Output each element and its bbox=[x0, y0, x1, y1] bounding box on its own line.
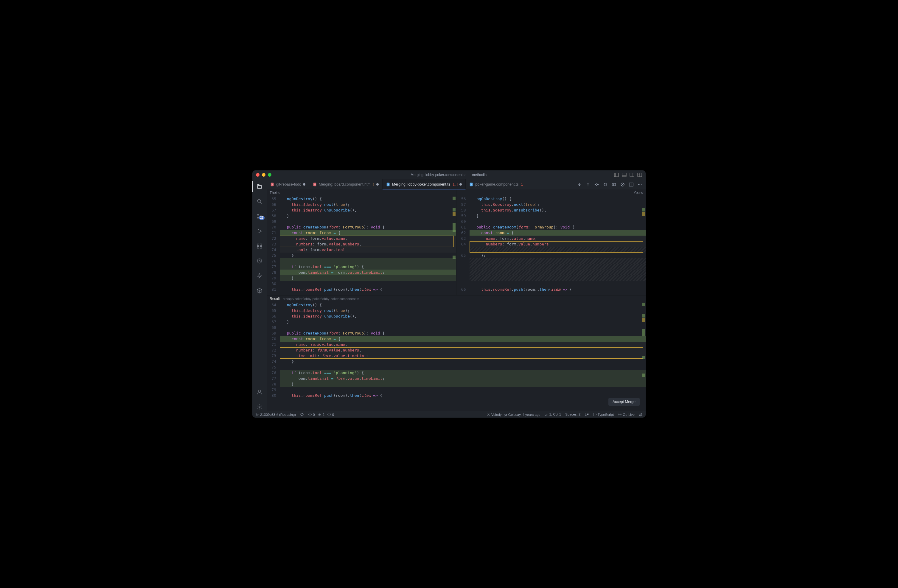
code-line[interactable]: }; bbox=[469, 253, 646, 258]
compare-icon[interactable] bbox=[612, 182, 616, 187]
code-line[interactable]: tool: form.value.tool bbox=[280, 247, 456, 253]
code-line[interactable]: } bbox=[469, 213, 646, 219]
sync-status[interactable] bbox=[300, 413, 304, 416]
file-icon: A bbox=[469, 182, 474, 186]
svg-marker-14 bbox=[258, 229, 261, 233]
tab[interactable]: A Merging: lobby-poker.component.ts1, ! bbox=[383, 179, 466, 189]
cursor-position[interactable]: Ln 1, Col 1 bbox=[544, 413, 561, 416]
more-icon[interactable] bbox=[638, 182, 642, 187]
code-line[interactable] bbox=[280, 219, 456, 224]
yours-code[interactable]: 5657585960616263646566 ngOnDestroy() { t… bbox=[457, 196, 646, 295]
code-line[interactable]: this.$destroy.unsubscribe(); bbox=[280, 207, 456, 213]
panel-right-icon[interactable] bbox=[630, 172, 634, 177]
code-line[interactable]: public createRoom(form: FormGroup): void… bbox=[280, 224, 456, 230]
code-line[interactable]: numbers: form.value.numbers, bbox=[280, 347, 646, 353]
panel-bottom-icon[interactable] bbox=[622, 172, 627, 177]
code-line[interactable]: } bbox=[280, 381, 646, 387]
maximize-icon[interactable] bbox=[268, 173, 271, 177]
code-line[interactable]: const room = { bbox=[469, 230, 646, 236]
panel-left-icon[interactable] bbox=[614, 172, 619, 177]
search-icon[interactable] bbox=[255, 197, 264, 206]
code-line[interactable] bbox=[469, 270, 646, 275]
code-line[interactable] bbox=[469, 258, 646, 264]
code-line[interactable]: this.roomsRef.push(room).then(item => { bbox=[280, 287, 456, 292]
result-code[interactable]: 6465666768697071727374757677787980 ngOnD… bbox=[267, 302, 646, 411]
code-line[interactable]: const room: Iroom = { bbox=[280, 230, 456, 236]
commit-icon[interactable] bbox=[594, 182, 599, 187]
code-line[interactable]: numbers: form.value.numbers, bbox=[280, 241, 456, 247]
blame-status[interactable]: Volodymyr Golosay, 4 years ago bbox=[486, 413, 540, 416]
tab[interactable]: A git-rebase-todo bbox=[267, 179, 309, 189]
source-control-icon[interactable]: 21 bbox=[255, 212, 264, 220]
code-line[interactable]: ngOnDestroy() { bbox=[280, 196, 456, 202]
code-line[interactable] bbox=[280, 258, 456, 264]
go-live-status[interactable]: Go Live bbox=[618, 413, 635, 416]
cube-icon[interactable] bbox=[255, 287, 264, 295]
timeline-icon[interactable] bbox=[255, 257, 264, 265]
debug-icon[interactable] bbox=[255, 227, 264, 235]
close-icon[interactable] bbox=[256, 173, 260, 177]
file-icon: A bbox=[270, 182, 274, 186]
code-line[interactable]: this.$destroy.unsubscribe(); bbox=[469, 207, 646, 213]
branch-status[interactable]: 21309c53+! (Rebasing) bbox=[255, 413, 296, 416]
down-arrow-icon[interactable] bbox=[577, 182, 581, 187]
code-line[interactable]: this.$destroy.next(true); bbox=[280, 202, 456, 207]
code-line[interactable]: const room: Iroom = { bbox=[280, 336, 646, 342]
code-line[interactable] bbox=[469, 281, 646, 287]
code-line[interactable]: } bbox=[280, 213, 456, 219]
code-line[interactable] bbox=[280, 325, 646, 330]
code-line[interactable] bbox=[469, 275, 646, 281]
tab[interactable]: A Merging: board.component.html! bbox=[309, 179, 383, 189]
eol-status[interactable]: LF bbox=[584, 413, 589, 416]
code-line[interactable]: ngOnDestroy() { bbox=[280, 302, 646, 308]
theirs-code[interactable]: 65666768697071✓72737475767778✓798081 ngO… bbox=[267, 196, 456, 295]
language-status[interactable]: TypeScript bbox=[593, 413, 614, 416]
code-line[interactable]: room.timeLimit = form.value.timeLimit; bbox=[280, 376, 646, 381]
code-line[interactable]: this.$destroy.next(true); bbox=[280, 308, 646, 313]
settings-icon[interactable] bbox=[255, 403, 264, 411]
code-line[interactable]: ngOnDestroy() { bbox=[469, 196, 646, 202]
layout-icon[interactable] bbox=[637, 172, 642, 177]
code-line[interactable] bbox=[469, 247, 646, 253]
code-line[interactable]: if (room.tool === 'planning') { bbox=[280, 370, 646, 376]
accept-merge-button[interactable]: Accept Merge bbox=[608, 398, 640, 406]
minimize-icon[interactable] bbox=[262, 173, 266, 177]
lightning-icon[interactable] bbox=[255, 272, 264, 280]
notifications-icon[interactable] bbox=[639, 413, 643, 416]
code-line[interactable]: }; bbox=[280, 359, 646, 364]
reset-icon[interactable] bbox=[603, 182, 607, 187]
code-line[interactable]: this.roomsRef.push(room).then(item => { bbox=[280, 393, 646, 398]
code-line[interactable]: numbers: form.value.numbers bbox=[469, 241, 646, 247]
disabled-icon[interactable] bbox=[620, 182, 625, 187]
split-editor-icon[interactable] bbox=[629, 182, 634, 187]
code-line[interactable]: public createRoom(form: FormGroup): void… bbox=[469, 224, 646, 230]
explorer-icon[interactable] bbox=[255, 182, 264, 190]
code-line[interactable]: this.$destroy.next(true); bbox=[469, 202, 646, 207]
code-line[interactable]: name: form.value.name, bbox=[280, 342, 646, 347]
code-line[interactable]: this.roomsRef.push(room).then(item => { bbox=[469, 287, 646, 292]
code-line[interactable]: this.$destroy.unsubscribe(); bbox=[280, 313, 646, 319]
code-line[interactable] bbox=[280, 281, 456, 287]
code-line[interactable]: public createRoom(form: FormGroup): void… bbox=[280, 330, 646, 336]
code-line[interactable]: timeLimit: form.value.timeLimit bbox=[280, 353, 646, 359]
code-line[interactable] bbox=[469, 219, 646, 224]
code-line[interactable]: name: form.value.name, bbox=[469, 236, 646, 241]
code-line[interactable] bbox=[469, 264, 646, 270]
code-line[interactable]: if (room.tool === 'planning') { bbox=[280, 264, 456, 270]
code-line[interactable]: name: form.value.name, bbox=[280, 236, 456, 241]
theirs-label: Theirs bbox=[267, 189, 456, 196]
result-path: src/app/poker/lobby-poker/lobby-poker.co… bbox=[283, 297, 359, 301]
code-line[interactable]: room.timeLimit = form.value.timeLimit; bbox=[280, 270, 456, 275]
problems-status[interactable]: 0 2 0 bbox=[308, 413, 334, 416]
indent-status[interactable]: Spaces: 2 bbox=[565, 413, 580, 416]
up-arrow-icon[interactable] bbox=[586, 182, 590, 187]
account-icon[interactable] bbox=[255, 388, 264, 396]
code-line[interactable] bbox=[280, 387, 646, 393]
tab[interactable]: A poker-game.component.ts1 bbox=[466, 179, 527, 189]
code-line[interactable]: } bbox=[280, 275, 456, 281]
warning-icon bbox=[318, 413, 321, 416]
code-line[interactable]: }; bbox=[280, 253, 456, 258]
code-line[interactable]: } bbox=[280, 319, 646, 325]
code-line[interactable] bbox=[280, 364, 646, 370]
extensions-icon[interactable] bbox=[255, 242, 264, 250]
